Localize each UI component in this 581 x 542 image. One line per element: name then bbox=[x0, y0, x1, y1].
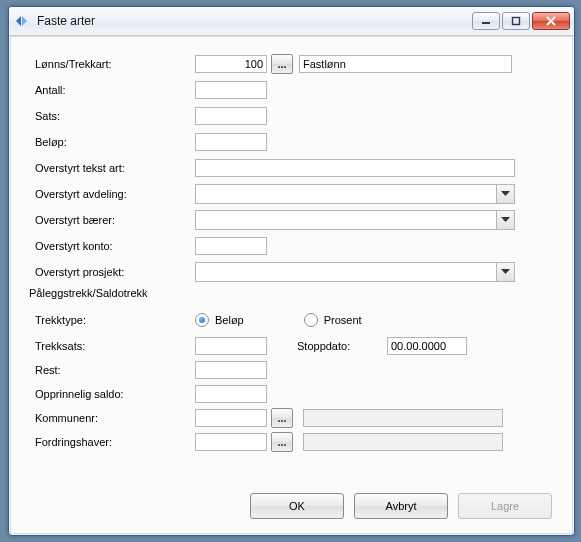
window-title: Faste arter bbox=[37, 14, 472, 28]
ok-button[interactable]: OK bbox=[250, 493, 344, 519]
window-frame: Faste arter Lønns/Trekkart: ... Antall: bbox=[8, 6, 575, 536]
chevron-down-icon bbox=[496, 211, 514, 229]
label-over-baerer: Overstyrt bærer: bbox=[35, 214, 195, 226]
label-over-prosjekt: Overstyrt prosjekt: bbox=[35, 266, 195, 278]
label-kommunenr: Kommunenr: bbox=[35, 412, 195, 424]
minimize-button[interactable] bbox=[472, 12, 500, 30]
input-lonns-trekkart-name[interactable] bbox=[299, 55, 512, 73]
radio-belop[interactable]: Beløp bbox=[195, 313, 244, 327]
input-opprinnelig[interactable] bbox=[195, 385, 267, 403]
close-button[interactable] bbox=[532, 12, 570, 30]
radio-dot-icon bbox=[195, 313, 209, 327]
label-stoppdato: Stoppdato: bbox=[297, 340, 387, 352]
label-lonns-trekkart: Lønns/Trekkart: bbox=[35, 58, 195, 70]
label-antall: Antall: bbox=[35, 84, 195, 96]
input-over-konto[interactable] bbox=[195, 237, 267, 255]
svg-rect-0 bbox=[482, 22, 490, 24]
input-rest[interactable] bbox=[195, 361, 267, 379]
input-belop[interactable] bbox=[195, 133, 267, 151]
combo-over-prosjekt[interactable] bbox=[195, 262, 515, 282]
input-stoppdato[interactable] bbox=[387, 337, 467, 355]
label-over-avdeling: Overstyrt avdeling: bbox=[35, 188, 195, 200]
combo-over-baerer-text bbox=[196, 211, 496, 229]
label-belop: Beløp: bbox=[35, 136, 195, 148]
input-kommunenr[interactable] bbox=[195, 409, 267, 427]
label-fordringshaver: Fordringshaver: bbox=[35, 436, 195, 448]
input-over-tekst[interactable] bbox=[195, 159, 515, 177]
svg-rect-1 bbox=[513, 18, 520, 25]
lagre-button: Lagre bbox=[458, 493, 552, 519]
label-rest: Rest: bbox=[35, 364, 195, 376]
radio-prosent-label: Prosent bbox=[324, 314, 362, 326]
combo-over-prosjekt-text bbox=[196, 263, 496, 281]
section-heading: Påleggstrekk/Saldotrekk bbox=[29, 287, 148, 299]
label-sats: Sats: bbox=[35, 110, 195, 122]
client-area: Lønns/Trekkart: ... Antall: Sats: Beløp:… bbox=[10, 36, 573, 534]
input-sats[interactable] bbox=[195, 107, 267, 125]
display-fordringshaver-name bbox=[303, 433, 503, 451]
label-trekksats: Trekksats: bbox=[35, 340, 195, 352]
display-kommunenr-name bbox=[303, 409, 503, 427]
maximize-button[interactable] bbox=[502, 12, 530, 30]
lookup-kommunenr[interactable]: ... bbox=[271, 408, 293, 428]
chevron-down-icon bbox=[496, 263, 514, 281]
label-over-tekst: Overstyrt tekst art: bbox=[35, 162, 195, 174]
avbryt-button[interactable]: Avbryt bbox=[354, 493, 448, 519]
input-lonns-trekkart-code[interactable] bbox=[195, 55, 267, 73]
radio-prosent[interactable]: Prosent bbox=[304, 313, 362, 327]
combo-over-avdeling-text bbox=[196, 185, 496, 203]
radio-dot-icon bbox=[304, 313, 318, 327]
label-trekktype: Trekktype: bbox=[35, 314, 195, 326]
titlebar: Faste arter bbox=[9, 7, 574, 36]
lookup-fordringshaver[interactable]: ... bbox=[271, 432, 293, 452]
input-antall[interactable] bbox=[195, 81, 267, 99]
input-trekksats[interactable] bbox=[195, 337, 267, 355]
input-fordringshaver[interactable] bbox=[195, 433, 267, 451]
app-icon bbox=[15, 13, 31, 29]
lookup-lonns-trekkart[interactable]: ... bbox=[271, 54, 293, 74]
label-over-konto: Overstyrt konto: bbox=[35, 240, 195, 252]
combo-over-avdeling[interactable] bbox=[195, 184, 515, 204]
label-opprinnelig: Opprinnelig saldo: bbox=[35, 388, 195, 400]
combo-over-baerer[interactable] bbox=[195, 210, 515, 230]
radio-belop-label: Beløp bbox=[215, 314, 244, 326]
chevron-down-icon bbox=[496, 185, 514, 203]
